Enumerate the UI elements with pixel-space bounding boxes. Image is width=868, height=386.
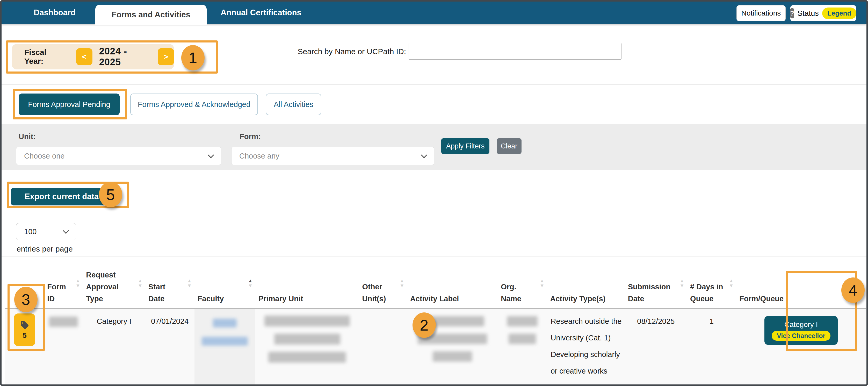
section-divider bbox=[2, 177, 866, 177]
column-header-submission-date[interactable]: Submission Date ▲ ▼ bbox=[625, 260, 687, 308]
sort-desc-icon: ▼ bbox=[729, 283, 734, 288]
form-select[interactable]: Choose any bbox=[231, 147, 434, 165]
activity-label-cell bbox=[407, 308, 498, 386]
column-header-form-id[interactable]: Form ID ▲ ▼ bbox=[44, 260, 83, 308]
other-units-cell bbox=[359, 308, 407, 386]
primary-unit-cell bbox=[255, 308, 359, 386]
sort-icons: ▲ ▼ bbox=[248, 278, 253, 288]
sort-desc-icon: ▼ bbox=[248, 283, 253, 288]
column-header-days-in-queue[interactable]: # Days in Queue ▲ ▼ bbox=[687, 260, 736, 308]
activity-types-cell: Research outside the University (Cat. 1)… bbox=[547, 308, 625, 386]
export-current-data-button[interactable]: Export current data bbox=[11, 188, 113, 205]
sort-icons: ▲ ▼ bbox=[138, 278, 143, 288]
column-label: # Days in Queue bbox=[690, 283, 723, 303]
unit-select-value: Choose one bbox=[24, 152, 64, 160]
nav-tab-forms-and-activities[interactable]: Forms and Activities bbox=[95, 5, 207, 25]
form-select-value: Choose any bbox=[239, 152, 279, 160]
sort-asc-icon: ▲ bbox=[680, 278, 684, 283]
column-header-org-name[interactable]: Org. Name ▲ ▼ bbox=[498, 260, 547, 308]
status-legend-button[interactable]: ? Status Legend bbox=[790, 5, 856, 21]
column-header-request-approval-type[interactable]: Request Approval Type ▲ ▼ bbox=[83, 260, 145, 308]
table-top-divider bbox=[2, 256, 866, 257]
column-label: Other Unit(s) bbox=[362, 283, 386, 303]
chevron-down-icon bbox=[63, 228, 69, 234]
sort-icons: ▲ ▼ bbox=[187, 278, 192, 288]
form-queue-stage-pill: Vice Chancellor bbox=[772, 331, 831, 341]
column-header-form-queue: Form/Queue bbox=[736, 260, 866, 308]
column-header-primary-unit: Primary Unit bbox=[255, 260, 359, 308]
redacted-activity-label bbox=[433, 351, 472, 362]
sort-icons: ▲ ▼ bbox=[75, 278, 81, 288]
filter-bar: Unit: Choose one Form: Choose any Apply … bbox=[2, 124, 866, 170]
column-header-activity-label: Activity Label bbox=[407, 260, 498, 308]
column-header-other-units[interactable]: Other Unit(s) ▲ ▼ bbox=[359, 260, 407, 308]
sort-asc-icon: ▲ bbox=[400, 278, 404, 283]
sort-desc-icon: ▼ bbox=[680, 283, 684, 288]
form-id-cell bbox=[44, 308, 83, 386]
legend-pill: Legend bbox=[822, 7, 856, 19]
submission-date-cell: 08/12/2025 bbox=[625, 308, 687, 386]
tab-forms-approval-pending[interactable]: Forms Approval Pending bbox=[19, 93, 120, 115]
tag-count: 5 bbox=[23, 332, 27, 339]
form-queue-badge[interactable]: Category I Vice Chancellor bbox=[765, 316, 838, 345]
column-header-start-date[interactable]: Start Date ▲ ▼ bbox=[145, 260, 194, 308]
tags-button[interactable]: 5 bbox=[14, 314, 35, 346]
chevron-down-icon bbox=[208, 152, 214, 158]
chevron-down-icon bbox=[421, 152, 427, 158]
fiscal-year-selector: Fiscal Year: < 2024 - 2025 > bbox=[12, 44, 174, 69]
redacted-org-name bbox=[507, 316, 537, 326]
help-icon: ? bbox=[790, 8, 794, 19]
column-label: Form ID bbox=[47, 283, 66, 303]
redacted-org-name bbox=[508, 334, 536, 344]
sort-asc-icon: ▲ bbox=[187, 278, 192, 283]
column-header-tags bbox=[5, 260, 44, 308]
table-header-row: Form ID ▲ ▼ Request Approval Type ▲ ▼ St… bbox=[5, 260, 866, 308]
fiscal-year-prev-button[interactable]: < bbox=[76, 48, 92, 65]
fiscal-year-next-button[interactable]: > bbox=[158, 48, 174, 65]
sort-desc-icon: ▼ bbox=[540, 283, 545, 288]
form-queue-category: Category I bbox=[784, 320, 818, 329]
page-size-select[interactable]: 100 bbox=[16, 223, 76, 240]
nav-tab-dashboard[interactable]: Dashboard bbox=[25, 2, 85, 24]
column-header-activity-types: Activity Type(s) bbox=[547, 260, 625, 308]
redacted-activity-label bbox=[421, 316, 484, 326]
redacted-primary-unit bbox=[274, 334, 340, 345]
column-label: Start Date bbox=[148, 283, 165, 303]
column-label: Request Approval Type bbox=[86, 271, 119, 303]
search-input[interactable] bbox=[409, 43, 621, 60]
page-size-value: 100 bbox=[24, 228, 36, 236]
column-label: Faculty bbox=[197, 295, 224, 303]
redacted-primary-unit bbox=[265, 316, 350, 326]
forms-table: Form ID ▲ ▼ Request Approval Type ▲ ▼ St… bbox=[5, 260, 866, 386]
nav-tab-annual-certifications[interactable]: Annual Certifications bbox=[212, 2, 310, 24]
clear-filters-button[interactable]: Clear bbox=[497, 138, 522, 154]
notifications-button[interactable]: Notifications bbox=[737, 5, 786, 21]
redacted-faculty-link[interactable] bbox=[202, 337, 248, 346]
column-header-faculty[interactable]: Faculty ▲ ▼ bbox=[194, 260, 255, 308]
tab-forms-approved-acknowledged[interactable]: Forms Approved & Acknowledged bbox=[130, 93, 258, 115]
days-in-queue-cell: 1 bbox=[687, 308, 736, 386]
sort-asc-icon: ▲ bbox=[75, 278, 81, 283]
sort-desc-icon: ▼ bbox=[138, 283, 143, 288]
redacted-primary-unit bbox=[268, 352, 346, 363]
column-label: Submission Date bbox=[628, 283, 671, 303]
sort-icons: ▲ ▼ bbox=[400, 278, 404, 288]
redacted-form-id bbox=[49, 317, 78, 327]
status-label: Status bbox=[798, 9, 819, 18]
start-date-cell: 07/01/2024 bbox=[145, 308, 194, 386]
unit-select[interactable]: Choose one bbox=[16, 147, 221, 165]
table-row: 5 Category I 07/01/2024 bbox=[5, 308, 866, 386]
redacted-faculty-link[interactable] bbox=[213, 319, 237, 327]
fiscal-year-label: Fiscal Year: bbox=[24, 48, 67, 65]
tab-all-activities[interactable]: All Activities bbox=[266, 93, 321, 115]
fiscal-year-value: 2024 - 2025 bbox=[99, 46, 151, 68]
org-name-cell bbox=[498, 308, 547, 386]
search-label: Search by Name or UCPath ID: bbox=[286, 47, 406, 56]
tags-cell: 5 bbox=[5, 308, 44, 386]
sort-icons: ▲ ▼ bbox=[540, 278, 545, 288]
section-divider bbox=[2, 85, 866, 85]
apply-filters-button[interactable]: Apply Filters bbox=[441, 138, 489, 154]
column-label: Org. Name bbox=[501, 283, 521, 303]
form-queue-cell: Category I Vice Chancellor bbox=[736, 308, 866, 386]
sort-desc-icon: ▼ bbox=[400, 283, 404, 288]
